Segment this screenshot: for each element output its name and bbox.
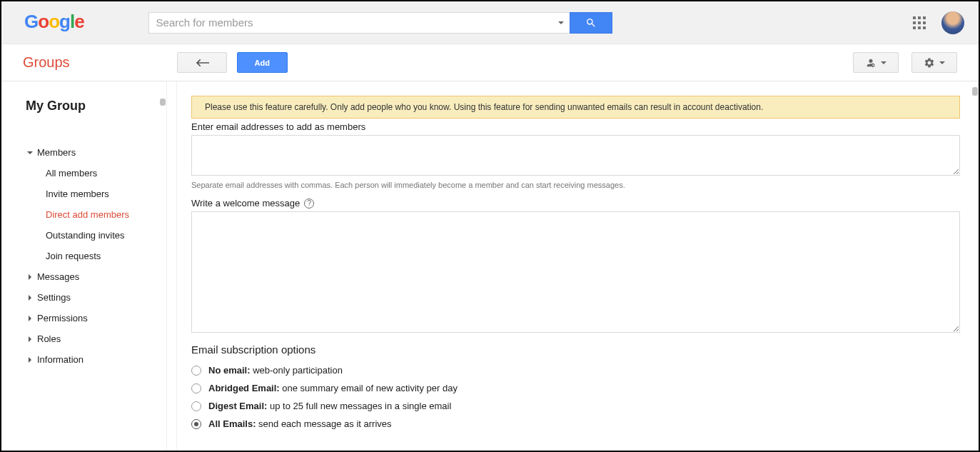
body: My Group Members All members Invite memb… — [1, 81, 979, 451]
help-icon[interactable]: ? — [304, 199, 314, 209]
nav-all-members[interactable]: All members — [1, 163, 166, 184]
radio-label-text: one summary email of new activity per da… — [280, 383, 458, 393]
search-box — [148, 12, 570, 34]
welcome-message-input[interactable] — [191, 211, 960, 333]
toolbar-left: Add — [177, 52, 288, 73]
radio-input[interactable] — [191, 366, 201, 376]
gutter — [167, 81, 177, 451]
header-right — [913, 11, 979, 34]
add-button[interactable]: Add — [237, 52, 288, 73]
toolbar-right — [853, 52, 957, 73]
sidebar-scrollbar[interactable] — [160, 99, 166, 106]
radio-label: Digest Email: up to 25 full new messages… — [208, 401, 451, 411]
nav-direct-add-members[interactable]: Direct add members — [1, 204, 166, 225]
user-avatar[interactable] — [941, 11, 964, 34]
search-icon — [585, 17, 597, 29]
radio-digest-email[interactable]: Digest Email: up to 25 full new messages… — [191, 397, 960, 415]
nav-members[interactable]: Members — [1, 142, 166, 163]
app-title[interactable]: Groups — [23, 54, 70, 71]
nav-permissions[interactable]: Permissions — [1, 308, 166, 328]
subscription-options-title: Email subscription options — [191, 343, 960, 356]
email-hint: Separate email addresses with commas. Ea… — [191, 181, 960, 189]
group-name: My Group — [1, 99, 166, 114]
welcome-message-label: Write a welcome message ? — [191, 198, 960, 209]
content-pad: Please use this feature carefully. Only … — [177, 81, 979, 447]
welcome-message-label-text: Write a welcome message — [191, 198, 300, 209]
settings-button[interactable] — [911, 52, 957, 73]
email-addresses-label: Enter email addresses to add as members — [191, 121, 960, 132]
back-arrow-icon — [195, 58, 209, 68]
radio-abridged-email[interactable]: Abridged Email: one summary email of new… — [191, 379, 960, 397]
radio-label-bold: Digest Email: — [208, 401, 267, 411]
nav-list: Members All members Invite members Direc… — [1, 142, 166, 370]
toolbar: Groups Add — [1, 44, 979, 81]
radio-label-bold: All Emails: — [208, 418, 256, 429]
search-button[interactable] — [570, 12, 612, 34]
content: Please use this feature carefully. Only … — [177, 81, 979, 451]
content-scrollbar[interactable] — [972, 87, 978, 96]
nav-outstanding-invites[interactable]: Outstanding invites — [1, 225, 166, 246]
warning-banner: Please use this feature carefully. Only … — [191, 96, 960, 119]
radio-label-text: send each message as it arrives — [256, 418, 391, 429]
search-dropdown-icon[interactable] — [558, 21, 564, 24]
nav-information[interactable]: Information — [1, 349, 166, 370]
nav-settings[interactable]: Settings — [1, 287, 166, 308]
sidebar: My Group Members All members Invite memb… — [1, 81, 167, 451]
radio-no-email[interactable]: No email: web-only participation — [191, 361, 960, 379]
chevron-down-icon — [881, 61, 886, 64]
header-bar: Google — [1, 1, 979, 44]
radio-input[interactable] — [191, 401, 201, 411]
search-input[interactable] — [148, 12, 570, 34]
radio-label-bold: No email: — [208, 365, 251, 376]
apps-icon[interactable] — [913, 16, 926, 29]
radio-label-text: web-only participation — [251, 365, 343, 376]
back-button[interactable] — [177, 52, 227, 73]
search-container — [148, 12, 612, 34]
manage-members-button[interactable] — [853, 52, 899, 73]
nav-roles[interactable]: Roles — [1, 328, 166, 349]
radio-label: No email: web-only participation — [208, 365, 343, 376]
radio-input[interactable] — [191, 419, 201, 429]
nav-join-requests[interactable]: Join requests — [1, 246, 166, 266]
email-addresses-input[interactable] — [191, 135, 960, 176]
nav-messages[interactable]: Messages — [1, 266, 166, 287]
radio-label-bold: Abridged Email: — [208, 383, 280, 393]
nav-invite-members[interactable]: Invite members — [1, 184, 166, 204]
radio-label-text: up to 25 full new messages in a single e… — [267, 401, 451, 411]
chevron-down-icon — [939, 61, 945, 64]
radio-label: Abridged Email: one summary email of new… — [208, 383, 458, 393]
radio-label: All Emails: send each message as it arri… — [208, 418, 392, 429]
radio-all-emails[interactable]: All Emails: send each message as it arri… — [191, 415, 960, 433]
gear-icon — [924, 57, 935, 69]
google-logo[interactable]: Google — [24, 11, 84, 33]
person-gear-icon — [865, 57, 877, 69]
radio-input[interactable] — [191, 383, 201, 393]
